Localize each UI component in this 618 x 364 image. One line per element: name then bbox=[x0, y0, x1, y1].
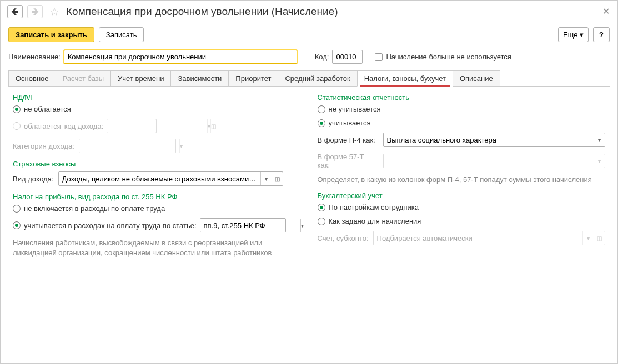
ndfl-not-taxed-label: не облагается bbox=[24, 105, 71, 113]
stat-title: Статистическая отчетность bbox=[318, 93, 606, 102]
stat-yes-radio[interactable] bbox=[318, 119, 325, 127]
save-close-button[interactable]: Записать и закрыть bbox=[8, 27, 94, 42]
income-type-label: Вид дохода: bbox=[13, 175, 54, 183]
income-code-combo: ▾ ◫ bbox=[107, 119, 157, 133]
more-button[interactable]: Еще ▾ bbox=[558, 27, 589, 42]
open-icon[interactable]: ◫ bbox=[272, 172, 283, 185]
chevron-down-icon[interactable]: ▾ bbox=[594, 133, 605, 146]
stat-hint: Определяет, в какую из колонок форм П-4,… bbox=[318, 175, 606, 185]
income-code-label: код дохода: bbox=[64, 122, 103, 130]
window-title: Компенсация при досрочном увольнении (На… bbox=[66, 6, 338, 18]
not-used-label: Начисление больше не используется bbox=[386, 53, 511, 61]
tab-time[interactable]: Учет времени bbox=[110, 70, 171, 86]
chevron-down-icon[interactable]: ▾ bbox=[300, 219, 304, 232]
p4-label: В форме П-4 как: bbox=[318, 136, 379, 144]
acc-emp-radio[interactable] bbox=[318, 204, 325, 211]
back-button[interactable]: 🡸 bbox=[7, 5, 23, 18]
ndfl-not-taxed-radio[interactable] bbox=[13, 105, 21, 113]
t57-label: В форме 57-Т как: bbox=[318, 153, 379, 169]
profit-included-radio[interactable] bbox=[13, 221, 21, 229]
forward-button[interactable]: 🡺 bbox=[27, 5, 43, 18]
t57-combo: ▾ bbox=[383, 154, 606, 168]
stat-not-label: не учитывается bbox=[329, 105, 381, 113]
insurance-title: Страховые взносы bbox=[13, 160, 301, 168]
income-type-combo[interactable]: ▾ ◫ bbox=[58, 171, 283, 186]
chevron-down-icon: ▾ bbox=[594, 154, 605, 168]
chevron-down-icon[interactable]: ▾ bbox=[260, 172, 272, 185]
close-icon[interactable]: ✕ bbox=[602, 6, 610, 17]
acc-emp-label: По настройкам сотрудника bbox=[329, 203, 419, 211]
name-input[interactable] bbox=[64, 50, 297, 64]
chevron-down-icon: ▾ bbox=[179, 139, 183, 153]
code-input[interactable] bbox=[332, 50, 363, 64]
income-cat-combo: ▾ bbox=[79, 139, 176, 153]
ndfl-title: НДФЛ bbox=[13, 93, 301, 102]
p4-combo[interactable]: ▾ bbox=[383, 133, 606, 147]
income-cat-label: Категория дохода: bbox=[13, 142, 74, 150]
tab-description[interactable]: Описание bbox=[453, 70, 500, 86]
tab-base-calc[interactable]: Расчет базы bbox=[56, 70, 112, 86]
profit-article-combo[interactable]: ▾ bbox=[200, 218, 286, 232]
tab-priority[interactable]: Приоритет bbox=[228, 70, 278, 86]
name-label: Наименование: bbox=[8, 53, 61, 61]
acc-accr-label: Как задано для начисления bbox=[329, 217, 421, 225]
favorite-star-icon[interactable]: ☆ bbox=[49, 5, 59, 18]
ndfl-taxed-label: облагается bbox=[24, 122, 61, 130]
tabs-bar: Основное Расчет базы Учет времени Зависи… bbox=[8, 70, 610, 87]
stat-yes-label: учитывается bbox=[329, 119, 371, 127]
chevron-down-icon: ▾ bbox=[580, 31, 584, 39]
tab-main[interactable]: Основное bbox=[8, 70, 56, 86]
acc-label: Счет, субконто: bbox=[318, 234, 369, 242]
tab-taxes[interactable]: Налоги, взносы, бухучет bbox=[357, 70, 453, 87]
help-button[interactable]: ? bbox=[593, 27, 610, 42]
code-label: Код: bbox=[315, 53, 329, 61]
acc-combo: ▾ ◫ bbox=[373, 231, 605, 245]
save-button[interactable]: Записать bbox=[99, 27, 144, 42]
tab-deps[interactable]: Зависимости bbox=[170, 70, 229, 86]
profit-not-included-radio[interactable] bbox=[13, 205, 21, 213]
profit-not-included-label: не включается в расходы по оплате труда bbox=[24, 204, 165, 213]
profit-included-label: учитывается в расходах на оплату труда п… bbox=[24, 221, 197, 230]
chevron-down-icon: ▾ bbox=[582, 231, 594, 245]
not-used-checkbox[interactable] bbox=[375, 53, 383, 61]
profit-hint: Начисления работникам, высвобождаемым в … bbox=[13, 238, 301, 258]
acc-accr-radio[interactable] bbox=[318, 218, 325, 225]
profit-tax-title: Налог на прибыль, вид расхода по ст. 255… bbox=[13, 193, 301, 201]
stat-not-radio[interactable] bbox=[318, 105, 325, 113]
ndfl-taxed-radio[interactable] bbox=[13, 122, 21, 130]
open-icon: ◫ bbox=[210, 119, 216, 133]
tab-avg-earnings[interactable]: Средний заработок bbox=[278, 70, 357, 86]
open-icon: ◫ bbox=[594, 231, 605, 245]
accounting-title: Бухгалтерский учет bbox=[318, 191, 606, 200]
